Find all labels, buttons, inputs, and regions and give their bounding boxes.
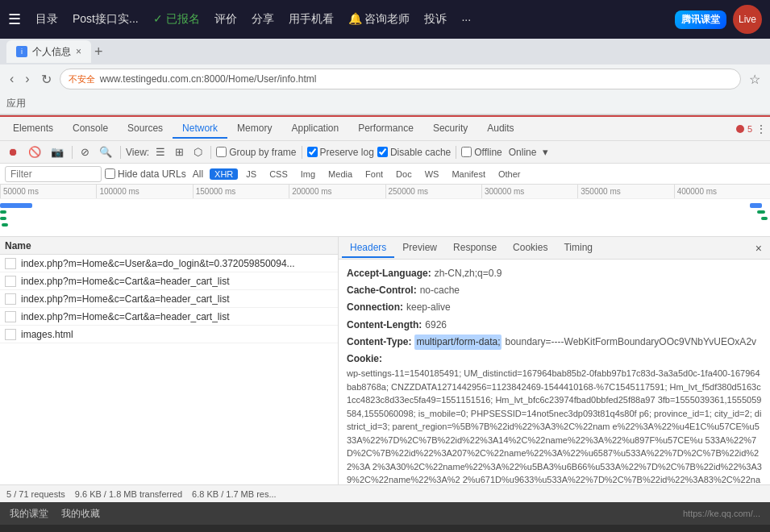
- throttle-dropdown-btn[interactable]: ▾: [539, 144, 551, 160]
- requests-column-name: Name: [5, 240, 31, 251]
- bottom-item-1[interactable]: 我的课堂: [10, 507, 48, 521]
- req-icon-4: [5, 329, 16, 340]
- offline-checkbox[interactable]: Offline: [461, 147, 502, 158]
- transfer-size: 9.6 KB / 1.8 MB transferred: [75, 489, 182, 499]
- tick-100000: 100000 ms: [96, 185, 192, 198]
- bookmark-btn[interactable]: ☆: [746, 70, 764, 89]
- toolbar-separator-3: [210, 146, 211, 159]
- nav-item-complaint[interactable]: 投诉: [424, 12, 447, 27]
- tab-bar: i 个人信息 × +: [0, 39, 770, 64]
- online-label: Online: [509, 147, 537, 158]
- request-row-0[interactable]: index.php?m=Home&c=User&a=do_login&t=0.3…: [0, 255, 338, 272]
- nav-item-post[interactable]: Post接口实...: [73, 12, 139, 27]
- header-cache-control: Cache-Control: no-cache: [347, 283, 762, 298]
- nav-item-share[interactable]: 分享: [252, 12, 274, 27]
- filter-tag-media[interactable]: Media: [323, 168, 357, 180]
- filter-input[interactable]: [5, 166, 102, 182]
- new-tab-btn[interactable]: +: [94, 44, 103, 59]
- tab-console[interactable]: Console: [63, 119, 118, 139]
- nav-item-mobile[interactable]: 用手机看: [289, 12, 334, 27]
- nav-item-consult[interactable]: 🔔 咨询老师: [348, 12, 410, 27]
- disable-cache-checkbox[interactable]: Disable cache: [377, 147, 451, 158]
- tab-security[interactable]: Security: [423, 119, 477, 139]
- group-by-frame-checkbox[interactable]: Group by frame: [216, 147, 296, 158]
- detail-tab-timing[interactable]: Timing: [556, 239, 601, 258]
- tab-elements[interactable]: Elements: [3, 119, 63, 139]
- req-name-0: index.php?m=Home&c=User&a=do_login&t=0.3…: [21, 258, 333, 269]
- toolbar-separator-5: [456, 146, 456, 159]
- request-row-3[interactable]: index.php?m=Home&c=Cart&a=header_cart_li…: [0, 308, 338, 326]
- record-btn[interactable]: ⏺: [5, 144, 22, 160]
- hide-data-urls-checkbox[interactable]: Hide data URLs: [105, 168, 186, 180]
- request-row-1[interactable]: index.php?m=Home&c=Cart&a=header_cart_li…: [0, 272, 338, 290]
- request-row-4[interactable]: images.html: [0, 326, 338, 343]
- tab-memory[interactable]: Memory: [227, 119, 281, 139]
- nav-item-enrolled[interactable]: ✓ 已报名: [153, 12, 200, 27]
- forward-btn[interactable]: ›: [22, 70, 32, 88]
- req-name-4: images.html: [21, 329, 333, 340]
- top-navbar: ☰ 目录 Post接口实... ✓ 已报名 评价 分享 用手机看 🔔 咨询老师 …: [0, 0, 770, 39]
- filter-tag-other[interactable]: Other: [493, 168, 526, 180]
- tick-350000: 350000 ms: [577, 185, 673, 198]
- filter-icon-btn[interactable]: ⊘: [77, 144, 93, 160]
- filter-tag-doc[interactable]: Doc: [391, 168, 417, 180]
- tab-sources[interactable]: Sources: [118, 119, 173, 139]
- timeline[interactable]: 50000 ms 100000 ms 150000 ms 200000 ms 2…: [0, 185, 770, 237]
- detail-tab-cookies[interactable]: Cookies: [505, 239, 556, 258]
- tick-150000: 150000 ms: [193, 185, 289, 198]
- tab-audits[interactable]: Audits: [477, 119, 523, 139]
- filter-tag-js[interactable]: JS: [241, 168, 261, 180]
- detail-tab-headers[interactable]: Headers: [342, 239, 394, 258]
- tab-application[interactable]: Application: [281, 119, 348, 139]
- user-avatar[interactable]: Live: [733, 5, 762, 34]
- tab-performance[interactable]: Performance: [348, 119, 423, 139]
- toolbar-separator-2: [120, 146, 121, 159]
- camera-btn[interactable]: 📷: [48, 144, 67, 160]
- search-btn[interactable]: 🔍: [96, 144, 115, 160]
- bottom-item-2[interactable]: 我的收藏: [61, 507, 100, 521]
- tick-250000: 250000 ms: [385, 185, 481, 198]
- back-btn[interactable]: ‹: [6, 70, 17, 88]
- detail-tab-response[interactable]: Response: [445, 239, 505, 258]
- req-icon-3: [5, 311, 16, 322]
- nav-item-more[interactable]: ···: [461, 13, 471, 26]
- requests-panel: Name index.php?m=Home&c=User&a=do_login&…: [0, 237, 339, 484]
- address-bar[interactable]: 不安全 www.testingedu.com.cn:8000/Home/User…: [60, 69, 741, 89]
- bookmark-apps[interactable]: 应用: [6, 97, 26, 110]
- filter-tag-font[interactable]: Font: [360, 168, 388, 180]
- nav-item-review[interactable]: 评价: [214, 12, 237, 27]
- tick-200000: 200000 ms: [289, 185, 385, 198]
- waterfall-bar-7: [761, 217, 768, 220]
- headers-content[interactable]: Accept-Language: zh-CN,zh;q=0.9 Cache-Co…: [339, 260, 770, 484]
- request-row-2[interactable]: index.php?m=Home&c=Cart&a=header_cart_li…: [0, 290, 338, 308]
- preserve-log-checkbox[interactable]: Preserve log: [307, 147, 374, 158]
- tab-network[interactable]: Network: [173, 119, 227, 139]
- tab-favicon: i: [16, 46, 27, 57]
- address-url: www.testingedu.com.cn:8000/Home/User/inf…: [100, 73, 317, 85]
- menu-icon[interactable]: ☰: [8, 10, 21, 28]
- filter-all-tag[interactable]: All: [189, 168, 206, 180]
- grid-view-btn[interactable]: ⊞: [172, 144, 187, 160]
- bottom-url-hint: https://ke.qq.com/...: [683, 509, 760, 518]
- requests-count: 5 / 71 requests: [6, 489, 65, 499]
- filter-tag-css[interactable]: CSS: [264, 168, 293, 180]
- tab-close-btn[interactable]: ×: [76, 46, 81, 57]
- filter-tag-xhr[interactable]: XHR: [210, 168, 238, 180]
- devtools-more-btn[interactable]: ⋮: [755, 123, 767, 135]
- filter-tag-img[interactable]: Img: [296, 168, 320, 180]
- clear-btn[interactable]: 🚫: [25, 144, 44, 160]
- active-tab[interactable]: i 个人信息 ×: [6, 40, 91, 63]
- details-close-btn[interactable]: ×: [751, 240, 767, 256]
- filter-tag-ws[interactable]: WS: [420, 168, 444, 180]
- nav-item-directory[interactable]: 目录: [35, 12, 58, 27]
- waterfall-btn[interactable]: ⬡: [190, 144, 206, 160]
- tick-50000: 50000 ms: [0, 185, 96, 198]
- filter-tag-manifest[interactable]: Manifest: [447, 168, 490, 180]
- devtools-actions: 5 ⋮: [736, 123, 767, 135]
- details-tabs: Headers Preview Response Cookies Timing …: [339, 237, 770, 260]
- security-warning: 不安全: [69, 73, 95, 85]
- detail-tab-preview[interactable]: Preview: [394, 239, 445, 258]
- list-view-btn[interactable]: ☰: [152, 144, 169, 160]
- requests-list[interactable]: index.php?m=Home&c=User&a=do_login&t=0.3…: [0, 255, 338, 484]
- reload-btn[interactable]: ↻: [38, 70, 55, 89]
